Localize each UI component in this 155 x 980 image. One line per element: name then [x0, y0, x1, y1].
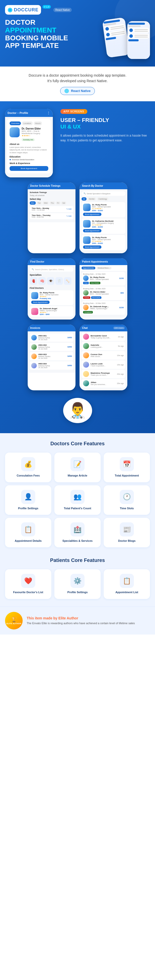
inv-amount-4: $450	[68, 364, 72, 367]
schedule-sub: Schedule Timings	[30, 191, 73, 194]
apt-tab-medical[interactable]: Medical Reco...	[96, 267, 111, 269]
inv-left-1: #INV-001 Adriana Farfoa 14 Jul 2020	[31, 335, 50, 340]
find-book-btn[interactable]: Book Appointment	[31, 301, 49, 304]
find-search-placeholder: Search (Doctors, Specialties, Clinics)	[35, 269, 64, 270]
specialty-chip-2[interactable]: 🧠	[38, 277, 46, 285]
schedule-body: Schedule Timings Today, all schedule Sel…	[28, 189, 76, 222]
day-thu[interactable]: Thu	[49, 201, 55, 205]
search-doc-info-1: Dr. Ruby Perrin BDS – Dental Specialist …	[92, 204, 124, 212]
doctor-circle: 👨‍⚕️	[63, 398, 92, 423]
apt-body: Booking Date – 16 Mar 2020 Dr. Ruby Perr…	[79, 271, 127, 318]
chat-item-3[interactable]: Connor Dun Hello doctor... 10m ago	[82, 351, 125, 360]
phone-bar-sm-2	[128, 25, 141, 27]
chat-item-5[interactable]: Madeleine Penelope Thank you so much... …	[82, 370, 125, 378]
header-content: DOCTOR APPOINTMENT BOOKING MOBILE APP TE…	[5, 19, 150, 59]
apt-cancel-btn[interactable]: Cancel	[83, 296, 90, 299]
elite-desc: The Envato Elite is rewarding authors wh…	[27, 621, 150, 625]
apt-amount-3: $150	[119, 306, 124, 309]
phone-screen-1	[102, 17, 130, 58]
patients-core-title: Patients Core Features	[5, 557, 150, 563]
book-btn-2[interactable]: Book Appointment	[83, 229, 101, 232]
feat-icon-article: 📝	[70, 457, 85, 471]
feat-icon-patient-profile: ⚙️	[70, 574, 85, 588]
find-doc-fee-2: $200 – $800	[40, 313, 72, 315]
schedule-title: Doctor Schedule Timings	[30, 185, 73, 187]
find-header: Find Doctor	[28, 258, 76, 265]
elite-title-highlight: Elite Author	[59, 616, 78, 620]
edit-btn-2[interactable]: ✎ Edit	[66, 215, 71, 217]
edit-btn-1[interactable]: ✎ Edit	[66, 208, 71, 210]
apt-view-btn-1[interactable]: View Details	[90, 282, 100, 284]
day-sat[interactable]: Sat	[61, 201, 66, 205]
find-apt-row: Find Doctor 🔍 Search (Doctors, Specialti…	[5, 258, 150, 320]
chat-item-6[interactable]: Jillian See you tomorrow... 25m ago	[82, 379, 125, 388]
tab-hours[interactable]: Hours	[34, 121, 42, 125]
chat-item-4[interactable]: Lauren Leah I have a question... 15m ago	[82, 360, 125, 369]
phone-lines-2	[111, 31, 125, 36]
time-slot-monday: Time Slots – Monday 9:00 – 11:00 AM ✎ Ed…	[30, 206, 73, 212]
tab-overview[interactable]: Overview	[9, 121, 21, 125]
apt-item-3: Booking Date – 16 Mar 2020 Dr. Deborah A…	[82, 301, 125, 315]
search-doc-avatar-2	[83, 220, 90, 228]
filter-dentist[interactable]: Dentist	[87, 197, 96, 200]
doc-profile-tabs: Overview Location Hours	[9, 121, 48, 125]
apt-avatar-3	[83, 305, 89, 310]
book-btn-3[interactable]: Book Appointment	[83, 245, 101, 249]
filter-cardiology[interactable]: Cardiology	[97, 197, 108, 200]
elite-title-prefix: This item made by	[27, 616, 57, 620]
filter-all[interactable]: All	[82, 197, 87, 200]
book-btn-1[interactable]: Book Appointment	[83, 213, 101, 216]
apt-info-1: Dr. Ruby Perrin BDS – Dental Specialist	[90, 276, 118, 280]
day-wed[interactable]: Wed	[43, 201, 49, 205]
tab-location[interactable]: Location	[22, 121, 32, 125]
inv-title: Invoices	[30, 326, 73, 329]
find-doc-card-1: Dr. Ruby Perrin BDS – Dental Specialist …	[30, 290, 73, 305]
screens-desc: It allows patients to book scheduled app…	[60, 133, 150, 143]
invoice-chat-row: Invoices #INV-001 Adriana Farfoa 14 Jul …	[5, 325, 150, 390]
find-doc-fee-1: Probably Info	[40, 298, 72, 299]
search-header: Search By Doctor	[79, 183, 127, 189]
day-tue[interactable]: Tue	[36, 201, 42, 205]
specialty-chip-4[interactable]: 🦷	[55, 277, 63, 285]
chat-item-2[interactable]: Gabrielle Looking great... 5m ago	[82, 342, 125, 350]
day-fri[interactable]: Fri	[56, 201, 60, 205]
feat-label-article: Manage Article	[68, 474, 87, 477]
trophy-icon: 🏆	[11, 616, 17, 622]
day-mon[interactable]: Mon	[30, 201, 36, 205]
inv-name-3: #INV-003	[38, 353, 50, 356]
specialty-chip-5[interactable]: 🦴	[64, 277, 71, 285]
apt-item-row-2: Dr. Darren Elder BDS – Dental Specialist…	[83, 290, 124, 296]
inv-info-3: #INV-003 Adriana Tanites 14 Jul 2020	[38, 353, 50, 359]
specialty-chip-1[interactable]: 🫀	[30, 277, 37, 285]
search-doc-info-2: Dr. Katharine Berthold MS – Orthopaedics…	[92, 220, 124, 228]
apt-chat-btn-1[interactable]: Chat	[83, 282, 89, 284]
chat-info-4: Lauren Leah I have a question...	[90, 363, 115, 367]
find-search-bar[interactable]: 🔍 Search (Doctors, Specialties, Clinics)	[30, 267, 73, 272]
apt-btns-2: Cancel Reschedule	[83, 296, 124, 299]
find-doc-spec-2: MBBS, Gynaecologist	[40, 310, 72, 312]
chat-time-6: 25m ago	[117, 382, 124, 384]
schedule-desc: Today, all schedule	[30, 194, 73, 196]
inv-row-1: #INV-001 Adriana Farfoa 14 Jul 2020 $450	[30, 333, 73, 342]
inv-date-1: Adriana Farfoa	[38, 337, 50, 339]
apt-spec-2: BDS – Dental Specialist	[90, 293, 119, 295]
apt-item-1: Booking Date – 16 Mar 2020 Dr. Ruby Perr…	[82, 272, 125, 285]
search-bar[interactable]: 🔍 Dental Specialist In Bangalore	[82, 191, 125, 196]
chat-msg-5: Thank you so much...	[90, 374, 115, 376]
phone-line-7	[134, 35, 148, 36]
apt-reschedule-btn[interactable]: Reschedule	[91, 296, 102, 299]
apt-completed-btn[interactable]: Completed	[83, 311, 93, 313]
chat-item-1[interactable]: Bernadette Carol Today is going very wel…	[82, 332, 125, 341]
slot1-time: 9:00 – 11:00 AM	[32, 209, 49, 211]
feat-icon-blogs: 📰	[120, 522, 134, 536]
specialty-chip-3[interactable]: 👁️	[47, 277, 54, 285]
doc-details: Dr. Darren Elder BDS, MDS – Oral & Maxil…	[22, 127, 48, 142]
book-appointment-btn[interactable]: Book Appointment	[9, 166, 48, 171]
phone-avatar-2	[106, 32, 110, 37]
chat-msg-2: Looking great...	[90, 346, 117, 348]
feat-label-favourite: Favourite Doctor's List	[13, 590, 43, 594]
apt-tab-appointments[interactable]: Appointments	[82, 267, 95, 269]
chat-time-3: 10m ago	[117, 355, 124, 356]
doc-profile-section: Overview Location Hours Dr. Darren Elder…	[7, 119, 51, 173]
find-doc-spec-1: BDS – Dental Specialist	[40, 294, 72, 296]
